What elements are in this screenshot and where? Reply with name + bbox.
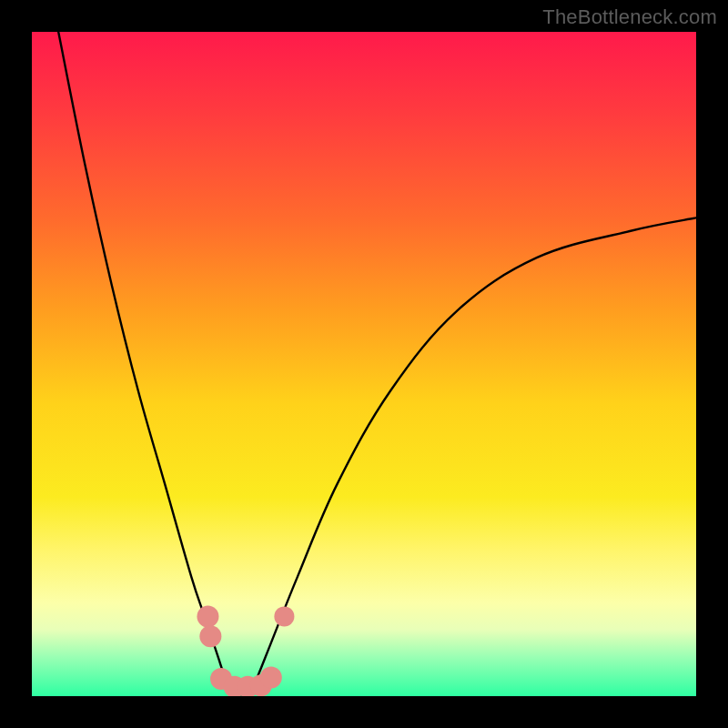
dot-r1 bbox=[274, 606, 294, 626]
plot-area bbox=[32, 32, 696, 696]
dot-l2 bbox=[199, 625, 221, 647]
watermark-text: TheBottleneck.com bbox=[542, 5, 717, 29]
plot-svg bbox=[32, 32, 696, 696]
chart-frame: TheBottleneck.com bbox=[0, 0, 728, 728]
dot-b5 bbox=[260, 667, 282, 689]
dot-l1 bbox=[197, 605, 218, 627]
bottleneck-curve bbox=[58, 32, 696, 696]
